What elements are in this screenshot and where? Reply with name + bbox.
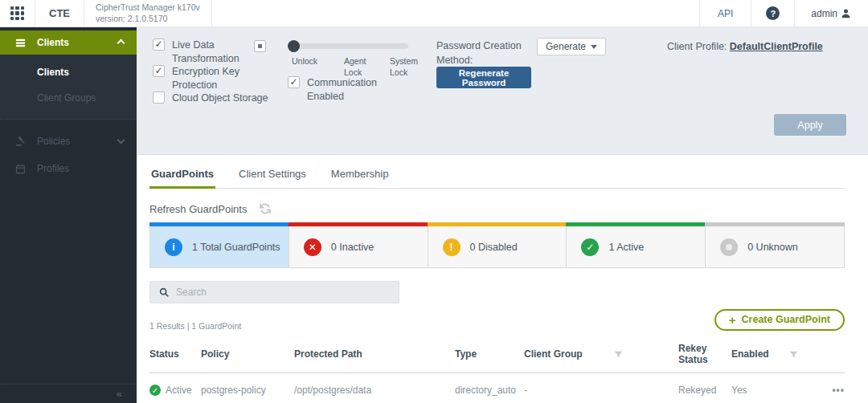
card-label: 1 Total GuardPoints — [192, 242, 280, 253]
table-row[interactable]: ✓ Active postgres-policy /opt/postgres/d… — [149, 373, 845, 403]
communication-enabled-checkbox[interactable]: ✓ — [288, 76, 300, 88]
password-method-select[interactable]: Generate — [537, 38, 606, 55]
client-group-cell: - — [524, 373, 678, 403]
checkbox-row: ✓ Encryption Key Protection — [153, 65, 278, 92]
card-unknown[interactable]: 0 Unknown — [705, 226, 845, 268]
tab-membership[interactable]: Membership — [330, 165, 391, 188]
ldt-detail-button[interactable] — [254, 40, 266, 52]
card-accent — [428, 222, 567, 226]
tab-guardpoints[interactable]: GuardPoints — [149, 165, 215, 189]
checkbox-row: ✓ Communication Enabled — [288, 76, 397, 104]
card-accent — [705, 222, 845, 226]
top-bar: CTE CipherTrust Manager k170v version: 2… — [0, 0, 868, 27]
column-type[interactable]: Type — [455, 337, 524, 373]
filter-icon[interactable] — [788, 349, 799, 360]
slider-label-system-lock: System Lock — [390, 56, 425, 78]
column-label: Enabled — [731, 348, 769, 360]
checkbox-row: Cloud Object Storage — [153, 92, 278, 105]
search-icon — [158, 287, 170, 298]
column-rekey-status[interactable]: Rekey Status — [678, 337, 731, 373]
chevron-up-icon — [117, 39, 125, 47]
sidebar-section-label: Clients — [37, 37, 69, 48]
column-enabled[interactable]: Enabled — [731, 337, 809, 373]
card-disabled[interactable]: ! 0 Disabled — [428, 226, 567, 268]
main-content: GuardPoints Client Settings Membership R… — [137, 156, 868, 403]
check-icon: ✓ — [581, 238, 599, 256]
plus-icon: + — [729, 313, 736, 327]
api-link[interactable]: API — [700, 8, 751, 19]
guardpoints-table: Status Policy Protected Path Type Client… — [149, 337, 845, 403]
encryption-key-protection-checkbox[interactable]: ✓ — [153, 65, 165, 77]
sidebar: Clients Clients Client Groups Policies P… — [0, 27, 137, 403]
live-data-transformation-checkbox[interactable]: ✓ — [153, 39, 165, 51]
app-switcher-icon[interactable] — [10, 6, 24, 20]
sidebar-submenu: Clients Client Groups — [0, 55, 137, 120]
tab-client-settings[interactable]: Client Settings — [237, 165, 308, 188]
sidebar-item-clients[interactable]: Clients — [0, 59, 137, 85]
column-actions — [809, 337, 845, 373]
column-status[interactable]: Status — [149, 337, 201, 373]
filter-icon[interactable] — [613, 349, 624, 360]
help-icon[interactable]: ? — [766, 6, 780, 20]
client-profile-label: Client Profile: — [667, 41, 727, 52]
card-total-guardpoints[interactable]: i 1 Total GuardPoints — [149, 226, 289, 268]
card-label: 1 Active — [608, 242, 644, 253]
cloud-object-storage-checkbox[interactable] — [153, 92, 165, 104]
sidebar-collapse-button[interactable]: « — [0, 384, 137, 403]
divider — [211, 0, 212, 26]
card-accent — [289, 222, 428, 226]
card-inactive[interactable]: ✕ 0 Inactive — [289, 226, 428, 268]
rekey-status-cell: Rekeyed — [678, 373, 731, 403]
refresh-label: Refresh GuardPoints — [149, 203, 247, 215]
table-header-row: Status Policy Protected Path Type Client… — [149, 337, 845, 373]
clients-icon — [14, 37, 27, 49]
sidebar-item-client-groups[interactable]: Client Groups — [0, 85, 137, 111]
checkbox-label: Encryption Key Protection — [172, 65, 278, 92]
type-cell: directory_auto — [455, 373, 524, 403]
card-label: 0 Inactive — [331, 242, 375, 253]
refresh-icon[interactable] — [258, 202, 272, 216]
search-box — [149, 281, 399, 303]
username: admin — [811, 8, 837, 19]
card-label: 0 Disabled — [470, 242, 518, 253]
card-active[interactable]: ✓ 1 Active — [566, 226, 706, 268]
user-menu[interactable]: admin — [795, 7, 868, 19]
checkbox-label: Communication Enabled — [307, 76, 397, 104]
row-actions-menu[interactable]: ••• — [809, 373, 845, 403]
tab-bar: GuardPoints Client Settings Membership — [149, 165, 845, 189]
checkbox-label: Cloud Object Storage — [172, 92, 278, 105]
apply-button[interactable]: Apply — [774, 114, 846, 136]
exclamation-icon: ! — [443, 238, 461, 256]
create-guardpoint-button[interactable]: + Create GuardPoint — [714, 309, 845, 331]
client-profile-link[interactable]: DefaultClientProfile — [730, 41, 823, 52]
sidebar-item-label: Profiles — [37, 163, 69, 174]
user-icon — [840, 7, 852, 19]
client-profile-line: Client Profile: DefaultClientProfile — [667, 41, 823, 52]
column-protected-path[interactable]: Protected Path — [294, 337, 455, 373]
selected-option: Generate — [546, 41, 586, 52]
policies-icon — [14, 136, 27, 148]
info-icon: i — [165, 238, 182, 256]
column-client-group[interactable]: Client Group — [524, 337, 678, 373]
unknown-icon — [720, 238, 738, 256]
column-policy[interactable]: Policy — [201, 337, 294, 373]
search-input[interactable] — [176, 287, 391, 298]
policy-cell: postgres-policy — [201, 373, 294, 403]
profiles-icon — [14, 163, 27, 175]
enabled-cell: Yes — [731, 373, 809, 403]
sidebar-item-profiles[interactable]: Profiles — [0, 155, 137, 182]
caret-down-icon — [591, 45, 597, 49]
regenerate-password-button[interactable]: Regenerate Password — [436, 67, 531, 88]
refresh-row: Refresh GuardPoints — [149, 202, 845, 216]
lock-level-slider[interactable] — [289, 43, 408, 49]
card-label: 0 Unknown — [747, 242, 798, 253]
status-cell: ✓ Active — [149, 373, 201, 403]
cross-icon: ✕ — [304, 238, 321, 256]
slider-label-agent-lock: Agent Lock — [344, 56, 376, 78]
card-accent — [566, 222, 706, 226]
slider-knob[interactable] — [288, 40, 300, 52]
chevron-down-icon — [117, 136, 125, 145]
sidebar-item-policies[interactable]: Policies — [0, 128, 137, 155]
sidebar-section-clients[interactable]: Clients — [0, 31, 137, 55]
product-info: CipherTrust Manager k170v version: 2.1.0… — [84, 2, 211, 24]
